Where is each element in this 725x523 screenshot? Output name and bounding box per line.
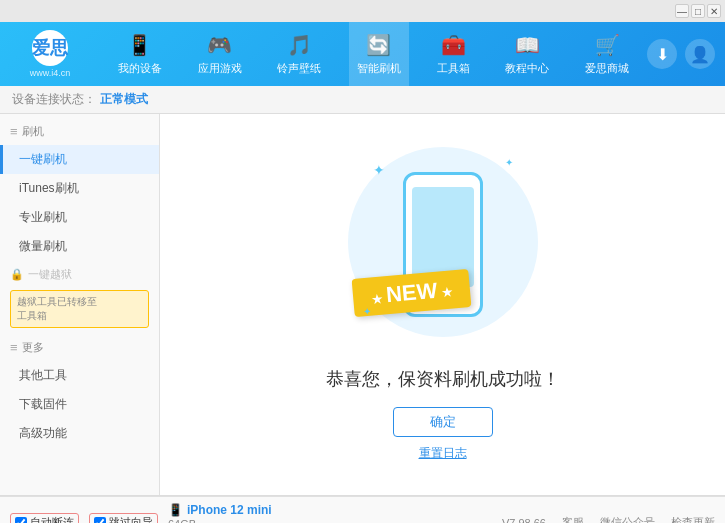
check-update-link[interactable]: 检查更新 — [671, 515, 715, 523]
nav-toolbox-label: 工具箱 — [437, 61, 470, 76]
maximize-button[interactable]: □ — [691, 4, 705, 18]
main-layout: ≡ 刷机 一键刷机 iTunes刷机 专业刷机 微量刷机 🔒 一键越狱 越狱工具… — [0, 114, 725, 495]
sidebar-item-advanced[interactable]: 高级功能 — [0, 419, 159, 448]
confirm-button[interactable]: 确定 — [393, 407, 493, 437]
toolbox-icon: 🧰 — [441, 33, 466, 57]
jailbreak-label: 一键越狱 — [28, 267, 72, 282]
app-game-icon: 🎮 — [207, 33, 232, 57]
nav-ringtone-label: 铃声壁纸 — [277, 61, 321, 76]
sidebar-item-pro-flash[interactable]: 专业刷机 — [0, 203, 159, 232]
nav-store-label: 爱思商城 — [585, 61, 629, 76]
status-value: 正常模式 — [100, 91, 148, 108]
nav-bar: 📱 我的设备 🎮 应用游戏 🎵 铃声壁纸 🔄 智能刷机 🧰 工具箱 📖 教程中心… — [100, 22, 647, 86]
title-bar: — □ ✕ — [0, 0, 725, 22]
bottom-combined: 自动断连 跳过向导 📱 iPhone 12 mini 64GB Down-12m… — [0, 495, 725, 523]
bottom-device-row: 自动断连 跳过向导 📱 iPhone 12 mini 64GB Down-12m… — [0, 496, 725, 523]
sparkle-3-icon: ✦ — [363, 306, 371, 317]
nav-store[interactable]: 🛒 爱思商城 — [577, 22, 637, 86]
nav-my-device-label: 我的设备 — [118, 61, 162, 76]
sidebar-item-other-tools[interactable]: 其他工具 — [0, 361, 159, 390]
nav-tutorial[interactable]: 📖 教程中心 — [497, 22, 557, 86]
my-device-icon: 📱 — [127, 33, 152, 57]
header: 爱思 www.i4.cn 📱 我的设备 🎮 应用游戏 🎵 铃声壁纸 🔄 智能刷机… — [0, 22, 725, 86]
skip-wizard-label[interactable]: 跳过向导 — [89, 513, 158, 523]
nav-smart-flash-label: 智能刷机 — [357, 61, 401, 76]
sidebar-item-itunes-flash[interactable]: iTunes刷机 — [0, 174, 159, 203]
nav-toolbox[interactable]: 🧰 工具箱 — [429, 22, 478, 86]
nav-ringtone[interactable]: 🎵 铃声壁纸 — [269, 22, 329, 86]
wechat-link[interactable]: 微信公众号 — [600, 515, 655, 523]
more-section-header: ≡ 更多 — [0, 334, 159, 361]
ringtone-icon: 🎵 — [287, 33, 312, 57]
status-bar: 设备连接状态： 正常模式 — [0, 86, 725, 114]
nav-my-device[interactable]: 📱 我的设备 — [110, 22, 170, 86]
sidebar-item-micro-flash[interactable]: 微量刷机 — [0, 232, 159, 261]
bottom-left: 自动断连 跳过向导 — [10, 513, 158, 523]
device-icon: 📱 — [168, 503, 183, 517]
content-area: NEW ✦ ✦ ✦ 恭喜您，保资料刷机成功啦！ 确定 重置日志 — [160, 114, 725, 495]
device-info: 📱 iPhone 12 mini 64GB Down-12mini-13,1 — [158, 499, 282, 524]
user-button[interactable]: 👤 — [685, 39, 715, 69]
auto-disconnect-label[interactable]: 自动断连 — [10, 513, 79, 523]
logo-icon: 爱思 — [32, 30, 68, 66]
auto-disconnect-checkbox[interactable] — [15, 517, 27, 524]
skip-wizard-text: 跳过向导 — [109, 515, 153, 523]
nav-app-game-label: 应用游戏 — [198, 61, 242, 76]
flash-section-header: ≡ 刷机 — [0, 118, 159, 145]
tutorial-icon: 📖 — [515, 33, 540, 57]
more-section-icon: ≡ — [10, 340, 18, 355]
close-button[interactable]: ✕ — [707, 4, 721, 18]
version-text: V7.98.66 — [502, 517, 546, 524]
lock-icon: 🔒 — [10, 268, 24, 281]
nav-app-game[interactable]: 🎮 应用游戏 — [190, 22, 250, 86]
bottom-right: V7.98.66 客服 微信公众号 检查更新 — [502, 515, 715, 523]
sidebar-item-download-firmware[interactable]: 下载固件 — [0, 390, 159, 419]
logo-area: 爱思 www.i4.cn — [0, 22, 100, 86]
sidebar: ≡ 刷机 一键刷机 iTunes刷机 专业刷机 微量刷机 🔒 一键越狱 越狱工具… — [0, 114, 160, 495]
status-label: 设备连接状态： — [12, 91, 96, 108]
skip-wizard-checkbox[interactable] — [94, 517, 106, 524]
flash-section-icon: ≡ — [10, 124, 18, 139]
retry-link[interactable]: 重置日志 — [419, 445, 467, 462]
smart-flash-icon: 🔄 — [366, 33, 391, 57]
device-name-text: iPhone 12 mini — [187, 503, 272, 517]
nav-tutorial-label: 教程中心 — [505, 61, 549, 76]
logo-url: www.i4.cn — [30, 68, 71, 78]
customer-service-link[interactable]: 客服 — [562, 515, 584, 523]
device-name: 📱 iPhone 12 mini — [168, 503, 272, 517]
jailbreak-section-header: 🔒 一键越狱 — [0, 261, 159, 288]
sparkle-1-icon: ✦ — [373, 162, 385, 178]
sparkle-2-icon: ✦ — [505, 157, 513, 168]
download-button[interactable]: ⬇ — [647, 39, 677, 69]
more-section-label: 更多 — [22, 340, 44, 355]
device-storage: 64GB — [168, 518, 272, 524]
sidebar-item-one-key-flash[interactable]: 一键刷机 — [0, 145, 159, 174]
success-message: 恭喜您，保资料刷机成功啦！ — [326, 367, 560, 391]
store-icon: 🛒 — [595, 33, 620, 57]
flash-section-label: 刷机 — [22, 124, 44, 139]
phone-illustration: NEW ✦ ✦ ✦ — [343, 147, 543, 347]
minimize-button[interactable]: — — [675, 4, 689, 18]
nav-smart-flash[interactable]: 🔄 智能刷机 — [349, 22, 409, 86]
header-right: ⬇ 👤 — [647, 39, 725, 69]
auto-disconnect-text: 自动断连 — [30, 515, 74, 523]
jailbreak-note: 越狱工具已转移至工具箱 — [10, 290, 149, 328]
